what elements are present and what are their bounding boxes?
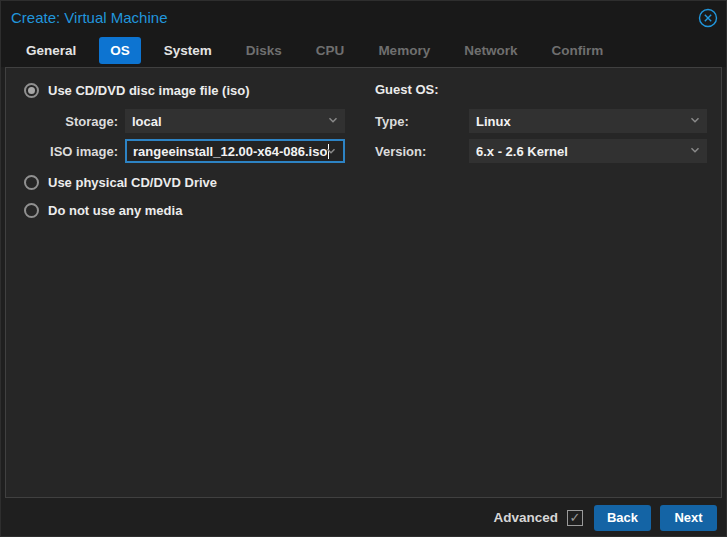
radio-use-iso[interactable]: Use CD/DVD disc image file (iso) — [6, 82, 366, 98]
os-type-select[interactable]: Linux — [469, 109, 707, 133]
radio-physical-drive-label: Use physical CD/DVD Drive — [48, 175, 217, 190]
tab-general[interactable]: General — [15, 37, 87, 64]
back-button[interactable]: Back — [594, 505, 651, 531]
tab-os[interactable]: OS — [99, 37, 141, 64]
storage-value: local — [132, 114, 162, 129]
os-version-row: Version: 6.x - 2.6 Kernel — [371, 139, 721, 163]
tab-cpu: CPU — [305, 37, 356, 64]
chevron-down-icon — [689, 144, 701, 159]
radio-button-icon — [24, 175, 39, 190]
guest-os-column: Guest OS: Type: Linux Version: 6.x - 2.6… — [371, 68, 721, 169]
radio-physical-drive[interactable]: Use physical CD/DVD Drive — [6, 174, 366, 190]
storage-select[interactable]: local — [125, 109, 345, 133]
next-button[interactable]: Next — [660, 505, 717, 531]
tab-network: Network — [453, 37, 528, 64]
iso-image-label: ISO image: — [24, 144, 125, 159]
os-version-value: 6.x - 2.6 Kernel — [476, 144, 568, 159]
radio-no-media[interactable]: Do not use any media — [6, 202, 366, 218]
wizard-tabs: General OS System Disks CPU Memory Netwo… — [1, 34, 726, 67]
advanced-checkbox[interactable]: ✓ — [567, 510, 583, 526]
dialog-title: Create: Virtual Machine — [11, 9, 698, 26]
chevron-down-icon — [325, 145, 337, 160]
os-type-label: Type: — [371, 114, 469, 129]
os-type-value: Linux — [476, 114, 511, 129]
iso-image-value: rangeeinstall_12.00-x64-086.iso — [133, 144, 327, 159]
radio-use-iso-label: Use CD/DVD disc image file (iso) — [48, 83, 250, 98]
dialog-titlebar: Create: Virtual Machine — [1, 1, 726, 34]
close-button[interactable] — [698, 8, 718, 28]
dialog-footer: Advanced ✓ Back Next — [1, 499, 726, 536]
iso-image-combobox[interactable]: rangeeinstall_12.00-x64-086.iso — [125, 139, 345, 163]
storage-label: Storage: — [24, 114, 125, 129]
guest-os-heading: Guest OS: — [371, 82, 721, 98]
chevron-down-icon — [327, 114, 339, 129]
tab-confirm: Confirm — [540, 37, 614, 64]
os-version-label: Version: — [371, 144, 469, 159]
chevron-down-icon — [689, 114, 701, 129]
storage-row: Storage: local — [24, 109, 366, 133]
os-type-row: Type: Linux — [371, 109, 721, 133]
radio-no-media-label: Do not use any media — [48, 203, 182, 218]
tab-system[interactable]: System — [153, 37, 223, 64]
circle-x-icon — [698, 8, 718, 28]
tab-memory: Memory — [367, 37, 441, 64]
radio-button-icon — [24, 83, 39, 98]
advanced-label: Advanced — [493, 510, 558, 525]
media-column: Use CD/DVD disc image file (iso) Storage… — [6, 68, 366, 218]
tab-disks: Disks — [235, 37, 293, 64]
os-version-select[interactable]: 6.x - 2.6 Kernel — [469, 139, 707, 163]
create-vm-dialog: Create: Virtual Machine General OS Syste… — [0, 0, 727, 537]
os-tab-panel: Use CD/DVD disc image file (iso) Storage… — [5, 67, 722, 498]
radio-button-icon — [24, 203, 39, 218]
iso-image-row: ISO image: rangeeinstall_12.00-x64-086.i… — [24, 139, 366, 163]
